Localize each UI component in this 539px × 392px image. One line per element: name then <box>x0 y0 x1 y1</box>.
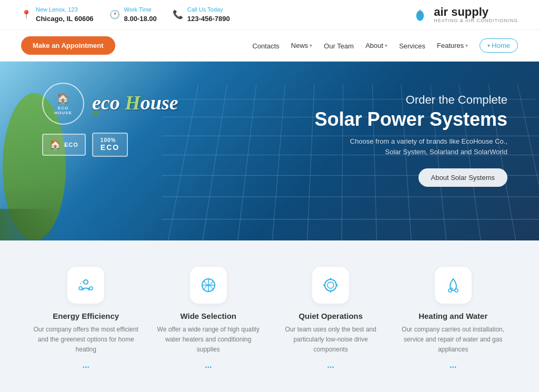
svg-point-11 <box>455 289 458 292</box>
feature-desc-2: We offer a wide range of high quality wa… <box>155 325 262 355</box>
top-bar-info: 📍 New Lenox, 123 Chicago, IL 60606 🕐 Wor… <box>21 6 230 24</box>
feature-more-3[interactable]: ... <box>327 360 334 370</box>
hero-right-content: Order the Complete Solar Power Systems C… <box>315 93 507 187</box>
feature-icon-wrap-1 <box>67 267 104 304</box>
hero-left-content: 🏠 ECO HOUSE eco House 🌿 🏠 ECO 100% ECO <box>42 83 178 157</box>
hero-section: 🏠 ECO HOUSE eco House 🌿 🏠 ECO 100% ECO <box>0 62 539 240</box>
eco-100-badge: 100% ECO <box>92 133 128 157</box>
wide-selection-icon <box>200 277 217 294</box>
chevron-down-icon: ▾ <box>487 43 490 48</box>
eco-house-icon-badge: 🏠 ECO <box>42 134 86 156</box>
tree-shadow <box>0 209 58 240</box>
eco-house-icon: 🏠 <box>49 139 61 150</box>
chevron-down-icon: ▾ <box>465 43 468 48</box>
feature-title-3: Quiet Operations <box>298 311 363 320</box>
feature-title-2: Wide Selection <box>180 311 236 320</box>
chevron-down-icon: ▾ <box>310 43 312 48</box>
clock-icon: 🕐 <box>109 9 120 19</box>
nav-item-about[interactable]: About ▾ <box>365 42 387 49</box>
nav-item-contacts[interactable]: Contacts <box>252 41 279 51</box>
hero-description: Choose from a variety of brands like Eco… <box>339 136 507 158</box>
svg-point-12 <box>448 289 452 292</box>
chevron-down-icon: ▾ <box>385 43 387 48</box>
feature-icon-wrap-2 <box>190 267 227 304</box>
nav-item-ourteam[interactable]: Our Team <box>324 41 354 51</box>
eco-bottom-badges: 🏠 ECO 100% ECO <box>42 133 178 157</box>
location-icon: 📍 <box>21 9 32 19</box>
hero-subtitle: Order the Complete <box>315 93 507 107</box>
feature-desc-1: Our company offers the most efficient an… <box>33 325 139 355</box>
eco-circle-badge: 🏠 ECO HOUSE <box>42 83 84 125</box>
svg-point-1 <box>84 280 88 284</box>
eco-handwritten-text: eco House 🌿 <box>92 91 178 117</box>
house-icon: 🏠 <box>56 92 70 105</box>
feature-icon-wrap-3 <box>312 267 349 304</box>
logo-icon <box>411 5 430 24</box>
feature-heating-water: Heating and Water Our company carries ou… <box>400 267 507 370</box>
worktime-info: 🕐 Work Time 8.00-18.00 <box>109 6 157 24</box>
nav-item-home[interactable]: ▾ Home <box>480 38 518 53</box>
energy-efficiency-icon <box>77 277 94 294</box>
phone-text: Call Us Today 123-456-7890 <box>187 6 230 24</box>
hero-cta-button[interactable]: About Solar Systems <box>418 168 507 187</box>
quiet-operations-icon <box>322 277 339 294</box>
worktime-text: Work Time 8.00-18.00 <box>124 6 157 24</box>
svg-point-6 <box>327 282 334 288</box>
nav-item-news[interactable]: News ▾ <box>291 42 313 49</box>
top-bar: 📍 New Lenox, 123 Chicago, IL 60606 🕐 Wor… <box>0 0 539 30</box>
feature-desc-4: Our company carries out installation, se… <box>400 325 507 355</box>
nav-item-features[interactable]: Features ▾ <box>437 42 468 49</box>
feature-wide-selection: Wide Selection We offer a wide range of … <box>155 267 262 370</box>
nav-item-services[interactable]: Services <box>399 41 425 51</box>
feature-icon-wrap-4 <box>435 267 472 304</box>
feature-more-1[interactable]: ... <box>83 360 89 370</box>
svg-point-2 <box>79 287 82 290</box>
feature-title-4: Heating and Water <box>418 311 487 320</box>
feature-energy-efficiency: Energy Efficiency Our company offers the… <box>33 267 139 370</box>
phone-info: 📞 Call Us Today 123-456-7890 <box>173 6 230 24</box>
phone-icon: 📞 <box>173 9 183 19</box>
logo-text: air supply HEATING & AIR CONDITIONING <box>434 6 518 23</box>
nav-links: Contacts News ▾ Our Team About ▾ Service… <box>252 38 518 53</box>
logo[interactable]: air supply HEATING & AIR CONDITIONING <box>411 5 518 24</box>
hero-title: Solar Power Systems <box>315 109 507 130</box>
feature-more-4[interactable]: ... <box>450 360 456 370</box>
address-text: New Lenox, 123 Chicago, IL 60606 <box>36 6 94 24</box>
address-info: 📍 New Lenox, 123 Chicago, IL 60606 <box>21 6 94 24</box>
feature-quiet-ops: Quiet Operations Our team uses only the … <box>277 267 384 370</box>
features-section: Energy Efficiency Our company offers the… <box>0 240 539 391</box>
nav-bar: Make an Appointment Contacts News ▾ Our … <box>0 30 539 62</box>
svg-point-5 <box>325 279 336 291</box>
feature-desc-3: Our team uses only the best and particul… <box>277 325 384 355</box>
feature-title-1: Energy Efficiency <box>53 311 119 320</box>
feature-more-2[interactable]: ... <box>205 360 212 370</box>
features-grid: Energy Efficiency Our company offers the… <box>33 267 506 370</box>
svg-point-3 <box>89 287 93 290</box>
heating-water-icon <box>445 277 462 294</box>
eco-badges: 🏠 ECO HOUSE eco House 🌿 <box>42 83 178 125</box>
appointment-button[interactable]: Make an Appointment <box>21 36 115 55</box>
